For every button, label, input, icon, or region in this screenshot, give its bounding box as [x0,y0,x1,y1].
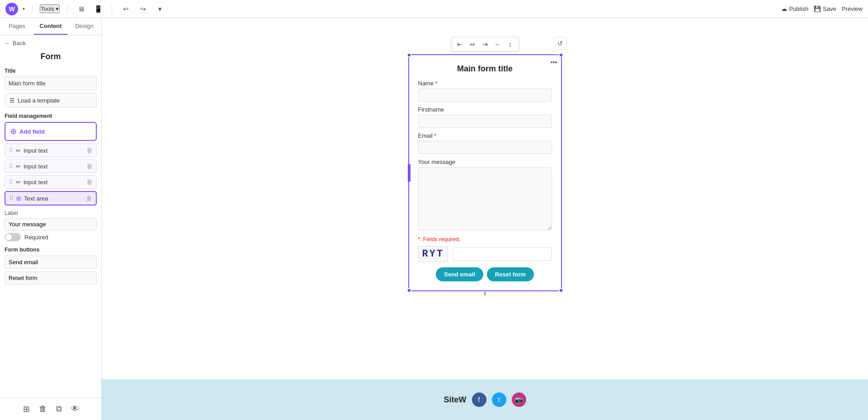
logo-icon[interactable]: W [5,3,18,15]
delete-icon[interactable]: 🗑 [86,147,93,154]
align-center-button[interactable]: ⇔ [467,39,478,50]
tab-design[interactable]: Design [67,18,101,35]
bottom-resize-area: ⬍ [483,291,487,297]
undo-button[interactable]: ↩ [119,3,132,15]
send-email-button[interactable]: Send email [436,267,483,281]
delete-icon[interactable]: 🗑 [86,178,93,186]
field-item-2: ⠿ ✏ Input text 🗑 [5,159,97,173]
name-label: Name * [418,80,552,87]
tab-pages[interactable]: Pages [0,18,34,35]
message-textarea[interactable] [418,167,552,230]
twitter-icon[interactable]: t [492,392,506,407]
edit-icon[interactable]: ✏ [16,179,21,186]
handle-top-right[interactable] [559,53,563,57]
add-field-button[interactable]: ⊕ Add field [5,122,97,141]
page-area: ⇤ ⇔ ⇥ ↔ ↕ ↺ [102,18,868,379]
desktop-view-button[interactable]: 🖥 [75,3,87,15]
drag-handle-icon[interactable]: ⠿ [9,178,13,186]
separator [112,5,112,14]
required-note: *: Fields required. [418,236,552,243]
send-email-input[interactable] [5,256,97,269]
align-stretch-button[interactable]: ↔ [492,39,503,50]
name-input[interactable] [418,89,552,102]
align-right-button[interactable]: ⇥ [480,39,491,50]
required-toggle[interactable] [5,233,21,241]
align-vertical-button[interactable]: ↕ [505,39,516,50]
publish-button[interactable]: ☁ Publish [781,5,808,12]
edit-icon[interactable]: ✏ [16,163,21,170]
sidebar-tabs: Pages Content Design [0,18,101,35]
form-heading: Form [5,52,97,61]
add-section-icon[interactable]: ⊞ [23,404,30,414]
form-field-message: Your message [418,159,552,232]
left-resize-handle[interactable] [408,164,410,182]
field-management-section: Field management ⊕ Add field ⠿ ✏ Input t… [5,113,97,241]
firstname-input[interactable] [418,115,552,128]
topbar-right: ☁ Publish 💾 Save Preview [781,5,863,12]
required-label: Required [24,234,48,241]
field-label: Input text [24,179,84,186]
handle-top-left[interactable] [407,53,411,57]
facebook-icon[interactable]: f [472,392,486,407]
load-template-button[interactable]: ☰ Load a template [5,93,97,107]
field-item-3: ⠿ ✏ Input text 🗑 [5,175,97,189]
back-link[interactable]: ← Back [5,40,97,47]
align-left-button[interactable]: ⇤ [454,39,465,50]
field-label: Input text [24,147,84,154]
title-input[interactable] [5,77,97,90]
email-input[interactable] [418,141,552,154]
firstname-label: Firstname [418,106,552,113]
label-input[interactable] [5,218,97,230]
logo-caret-icon[interactable]: ▾ [23,6,25,11]
form-buttons-label: Form buttons [5,247,97,253]
tools-menu[interactable]: Tools ▾ [40,5,60,13]
form-buttons-row: Send email Reset form [418,267,552,281]
handle-bottom-left[interactable] [407,288,411,293]
handle-bottom-right[interactable] [559,288,563,293]
reset-form-button[interactable]: Reset form [487,267,534,281]
field-label: Input text [24,163,84,170]
topbar: W ▾ Tools ▾ 🖥 📱 ↩ ↪ ▾ ☁ Publish 💾 Save P… [0,0,868,18]
footer-area: SiteW f t 📷 [102,379,868,420]
drag-handle-icon[interactable]: ⠿ [9,163,13,170]
drag-handle-icon[interactable]: ⠿ [9,195,14,202]
message-label: Your message [418,159,552,165]
form-field-name: Name * [418,80,552,102]
back-arrow-icon: ← [5,40,10,47]
layers-icon[interactable]: ⧉ [56,404,62,414]
instagram-icon[interactable]: 📷 [512,392,526,407]
required-star-icon: * [434,132,436,139]
save-button[interactable]: 💾 Save [814,5,836,12]
tab-content[interactable]: Content [34,18,68,35]
required-toggle-row: Required [5,233,97,241]
label-subsection: Label [5,210,97,230]
form-field-email: Email * [418,132,552,154]
delete-icon[interactable]: 🗑 [86,195,92,202]
form-title: Main form title [418,64,552,74]
more-options-button[interactable]: ▾ [154,3,166,15]
bottom-resize-icon[interactable]: ⬍ [483,291,487,297]
field-item-4: ⠿ ⊞ Text area 🗑 [5,191,97,205]
edit-icon[interactable]: ⊞ [16,195,21,202]
alignment-toolbar: ⇤ ⇔ ⇥ ↔ ↕ [451,37,519,51]
delete-section-icon[interactable]: 🗑 [39,404,47,414]
separator [67,5,67,14]
reset-canvas-button[interactable]: ↺ [554,37,566,50]
delete-icon[interactable]: 🗑 [86,163,93,170]
preview-button[interactable]: Preview [842,5,863,12]
sub-label-text: Label [5,210,97,216]
edit-icon[interactable]: ✏ [16,147,21,154]
captcha-input[interactable] [453,247,552,261]
drag-handle-icon[interactable]: ⠿ [9,147,13,154]
footer-brand: SiteW [443,395,466,405]
form-more-button[interactable]: ••• [551,59,557,66]
captcha-text: RYT [418,246,448,262]
redo-button[interactable]: ↪ [137,3,149,15]
reset-form-input[interactable] [5,271,97,285]
title-section-label: Title [5,68,97,74]
mobile-view-button[interactable]: 📱 [92,3,104,15]
sidebar: Pages Content Design ← Back Form Title ☰… [0,18,102,420]
visibility-icon[interactable]: 👁 [71,404,79,414]
tools-caret-icon: ▾ [56,5,59,12]
canvas: ⇤ ⇔ ⇥ ↔ ↕ ↺ [102,18,868,420]
